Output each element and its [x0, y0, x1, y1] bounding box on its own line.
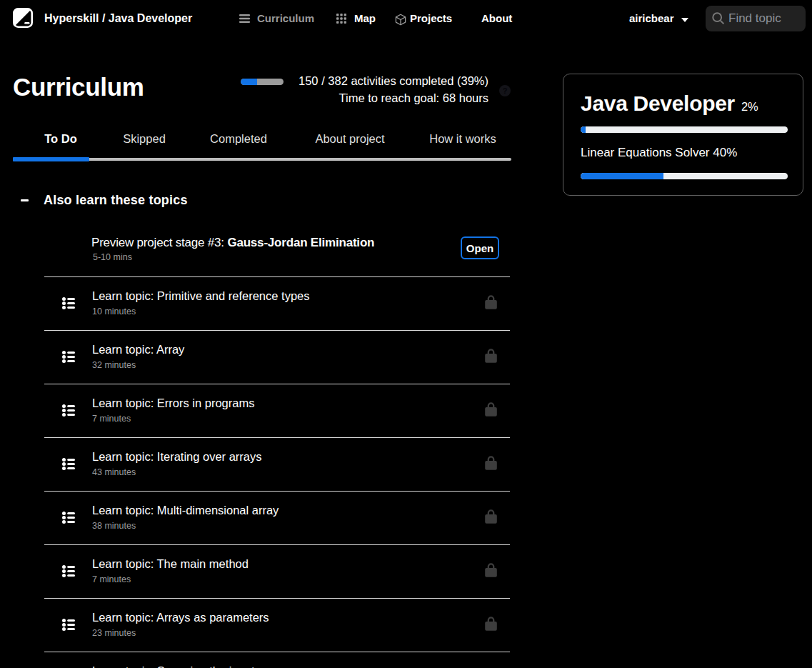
- topic-title: Learn topic: Primitive and reference typ…: [92, 289, 310, 303]
- breadcrumb[interactable]: Hyperskill / Java Developer: [44, 9, 192, 29]
- topic-title: Learn topic: The main method: [92, 557, 249, 571]
- curriculum-page: Hyperskill / Java Developer Curriculum M…: [0, 0, 812, 668]
- row-separator: [44, 491, 510, 492]
- collapse-section-icon[interactable]: [21, 199, 29, 201]
- row-separator: [44, 652, 510, 652]
- topic-row[interactable]: Learn topic: Array 32 minutes: [0, 330, 514, 384]
- open-button[interactable]: Open: [461, 236, 499, 259]
- row-separator: [44, 437, 510, 438]
- row-separator: [44, 598, 510, 599]
- row-separator: [44, 330, 510, 331]
- search-box: [706, 6, 806, 31]
- nav-item-projects[interactable]: Projects: [395, 9, 452, 28]
- lock-icon: [485, 348, 497, 363]
- nav-item-about[interactable]: About: [481, 9, 512, 28]
- preview-duration: 5-10 mins: [93, 252, 132, 262]
- search-input[interactable]: [728, 6, 800, 31]
- nav-item-label: Map: [354, 12, 376, 24]
- lock-icon: [485, 616, 497, 631]
- project-progress-label: Linear Equations Solver 40%: [581, 146, 737, 160]
- lock-icon: [485, 402, 497, 417]
- tab-to-do[interactable]: To Do: [44, 132, 77, 146]
- page-title: Curriculum: [13, 73, 144, 101]
- topic-duration: 7 minutes: [92, 574, 131, 584]
- topic-list-icon: [62, 404, 75, 417]
- grid-icon: [336, 14, 346, 24]
- topic-row[interactable]: Learn topic: The main method 7 minutes: [0, 544, 514, 598]
- tab-completed[interactable]: Completed: [210, 132, 267, 146]
- topic-row[interactable]: Learn topic: Multi-dimensional array 38 …: [0, 491, 514, 544]
- help-icon[interactable]: ?: [499, 85, 511, 96]
- preview-project-name: Gauss-Jordan Elimination: [227, 236, 374, 249]
- topic-list-icon: [62, 565, 75, 577]
- track-percent: 2%: [741, 100, 758, 113]
- topic-duration: 23 minutes: [92, 628, 136, 638]
- project-progress-bar: [581, 173, 788, 179]
- active-tab-indicator: [13, 157, 89, 162]
- nav-item-curriculum[interactable]: Curriculum: [239, 9, 314, 28]
- lock-icon: [485, 509, 497, 524]
- overall-progress-bar: [241, 79, 284, 85]
- topic-duration: 10 minutes: [92, 306, 136, 316]
- track-progress-bar: [581, 126, 788, 133]
- preview-project-title: Preview project stage #3: Gauss-Jordan E…: [91, 236, 374, 250]
- track-progress-fill: [581, 126, 586, 133]
- topic-title: Learn topic: Multi-dimensional array: [92, 504, 279, 517]
- topic-row[interactable]: Learn topic: Errors in programs 7 minute…: [0, 384, 514, 437]
- chevron-down-icon[interactable]: [681, 18, 688, 22]
- preview-prefix: Preview project stage #3:: [91, 236, 227, 249]
- topic-title: Learn topic: Arrays as parameters: [92, 611, 269, 624]
- lock-icon: [485, 455, 497, 470]
- project-progress-fill: [581, 173, 663, 179]
- menu-icon: [239, 14, 250, 24]
- lock-icon: [485, 294, 497, 309]
- search-icon: [712, 12, 724, 24]
- activities-completed-text: 150 / 382 activities completed (39%): [299, 74, 488, 88]
- track-title: Java Developer2%: [581, 91, 758, 116]
- topic-duration: 32 minutes: [92, 360, 136, 370]
- topic-duration: 43 minutes: [92, 467, 136, 477]
- tab-bar: To DoSkippedCompletedAbout projectHow it…: [0, 132, 514, 151]
- row-separator: [44, 384, 510, 384]
- topic-row[interactable]: Learn topic: Arrays as parameters 23 min…: [0, 598, 514, 652]
- topic-title: Learn topic: Array: [92, 343, 184, 357]
- topic-list-icon: [62, 458, 75, 470]
- tab-how-it-works[interactable]: How it works: [429, 132, 496, 146]
- user-menu[interactable]: airicbear: [629, 9, 674, 28]
- topic-row[interactable]: Learn topic: Iterating over arrays 43 mi…: [0, 437, 514, 491]
- topic-duration: 38 minutes: [92, 521, 136, 531]
- topic-list-icon: [62, 351, 75, 363]
- topic-title: Learn topic: Errors in programs: [92, 397, 254, 410]
- section-title: Also learn these topics: [44, 193, 188, 208]
- row-separator: [44, 276, 510, 277]
- track-name: Java Developer: [581, 91, 735, 115]
- tab-skipped[interactable]: Skipped: [123, 132, 166, 146]
- topic-duration: 7 minutes: [92, 414, 131, 424]
- nav-item-label: Projects: [410, 12, 452, 24]
- tab-about-project[interactable]: About project: [315, 132, 384, 146]
- topic-row[interactable]: Learn topic: Scanning the input: [0, 652, 514, 668]
- nav-item-label: Curriculum: [257, 12, 314, 24]
- nav-item-label: About: [481, 12, 512, 24]
- topic-title: Learn topic: Iterating over arrays: [92, 450, 262, 464]
- topic-list-icon: [62, 619, 75, 631]
- row-separator: [44, 544, 510, 545]
- nav-item-map[interactable]: Map: [336, 9, 376, 28]
- topic-list-icon: [62, 297, 75, 309]
- goal-time-text: Time to reach goal: 68 hours: [339, 91, 488, 105]
- topic-title: Learn topic: Scanning the input: [92, 664, 255, 668]
- cube-icon: [395, 14, 406, 26]
- lock-icon: [485, 562, 497, 577]
- topic-list-icon: [62, 512, 75, 524]
- track-progress-card: Java Developer2% Linear Equations Solver…: [563, 74, 803, 196]
- overall-progress-fill: [241, 79, 257, 85]
- hyperskill-logo-icon[interactable]: [13, 8, 33, 28]
- topic-row[interactable]: Learn topic: Primitive and reference typ…: [0, 276, 514, 330]
- navbar: Hyperskill / Java Developer Curriculum M…: [0, 0, 812, 39]
